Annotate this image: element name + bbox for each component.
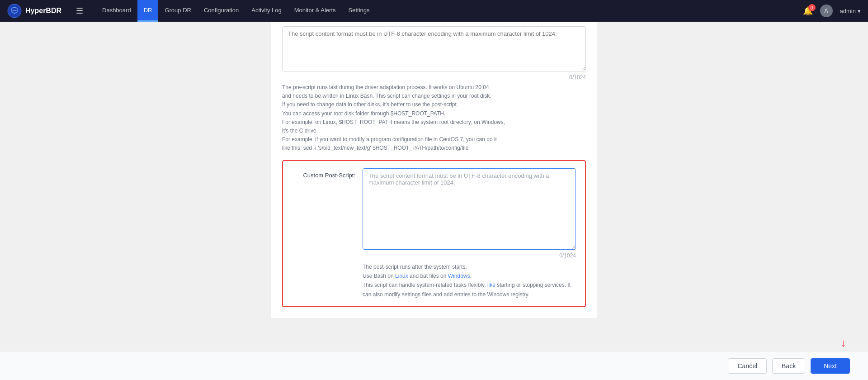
- nav-monitor-alerts[interactable]: Monitor & Alerts: [288, 0, 342, 22]
- cancel-button[interactable]: Cancel: [728, 358, 767, 374]
- post-script-field-row: Custom Post-Script: 0/1024 The post-scri…: [292, 168, 576, 299]
- main-content: 0/1024 The pre-script runs last during t…: [0, 22, 868, 351]
- pre-script-char-count: 0/1024: [282, 74, 586, 81]
- nav-activity-log[interactable]: Activity Log: [245, 0, 288, 22]
- post-script-hint-line3: This script can handle system-related ta…: [363, 282, 571, 297]
- post-script-label: Custom Post-Script:: [292, 168, 355, 179]
- page-footer: ↓ Cancel Back Next: [0, 351, 868, 380]
- pre-script-textarea[interactable]: [282, 26, 586, 71]
- avatar: A: [820, 5, 833, 17]
- page-inner: 0/1024 The pre-script runs last during t…: [0, 22, 868, 351]
- brand-logo-area: HyperBDR: [7, 4, 61, 18]
- nav-group-dr[interactable]: Group DR: [158, 0, 198, 22]
- post-script-hint: The post-script runs after the system st…: [363, 262, 576, 299]
- nav-right-area: 🔔 0 A admin ▾: [803, 5, 861, 17]
- post-script-textarea[interactable]: [363, 168, 576, 250]
- post-script-char-count: 0/1024: [363, 252, 576, 259]
- pre-script-textarea-wrapper: 0/1024: [282, 26, 586, 81]
- nav-configuration[interactable]: Configuration: [198, 0, 245, 22]
- back-button[interactable]: Back: [772, 358, 805, 374]
- nav-dr[interactable]: DR: [137, 0, 159, 22]
- pre-script-card: 0/1024 The pre-script runs last during t…: [271, 22, 597, 318]
- chevron-down-icon: ▾: [858, 8, 861, 14]
- hyperbdr-logo: [7, 4, 22, 18]
- post-script-hint-line1: The post-script runs after the system st…: [363, 264, 467, 270]
- username-label: admin: [840, 8, 856, 14]
- next-button[interactable]: Next: [811, 358, 850, 374]
- nav-settings[interactable]: Settings: [342, 0, 376, 22]
- pre-script-hint: The pre-script runs last during the driv…: [282, 83, 586, 153]
- arrow-indicator: ↓: [841, 337, 846, 349]
- menu-toggle-button[interactable]: ☰: [72, 4, 87, 18]
- post-script-textarea-wrapper: 0/1024: [363, 168, 576, 259]
- post-script-input-col: 0/1024 The post-script runs after the sy…: [363, 168, 576, 299]
- user-menu[interactable]: admin ▾: [840, 8, 861, 14]
- post-script-highlighted-section: Custom Post-Script: 0/1024 The post-scri…: [282, 160, 586, 308]
- notification-bell[interactable]: 🔔 0: [803, 6, 813, 16]
- notification-badge: 0: [808, 4, 816, 11]
- pre-script-section: 0/1024 The pre-script runs last during t…: [271, 22, 597, 153]
- brand-name-label: HyperBDR: [25, 7, 61, 15]
- nav-dashboard[interactable]: Dashboard: [96, 0, 137, 22]
- post-script-hint-line2: Use Bash on Linux and bat files on Windo…: [363, 273, 472, 279]
- top-navigation: HyperBDR ☰ Dashboard DR Group DR Configu…: [0, 0, 868, 22]
